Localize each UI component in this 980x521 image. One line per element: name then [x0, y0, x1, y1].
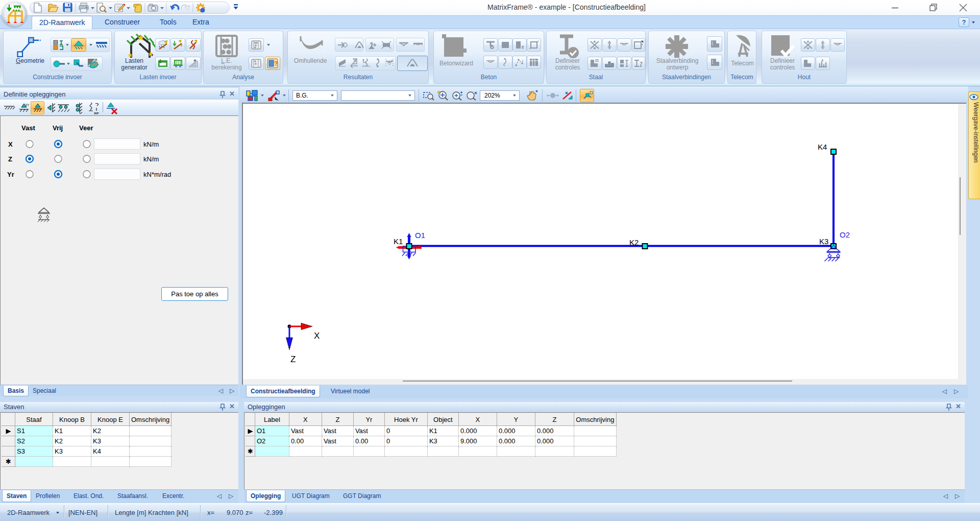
svg-text:X: X [314, 331, 320, 341]
svg-text:O2: O2 [840, 230, 850, 239]
svg-text:K2: K2 [629, 238, 639, 247]
svg-text:K3: K3 [819, 237, 828, 246]
svg-text:K1: K1 [394, 237, 403, 246]
svg-text:O1: O1 [415, 231, 425, 240]
svg-text:Z: Z [290, 354, 296, 364]
svg-text:?: ? [274, 60, 278, 67]
svg-text:K4: K4 [818, 143, 827, 151]
svg-text:Yr: Yr [25, 103, 29, 107]
